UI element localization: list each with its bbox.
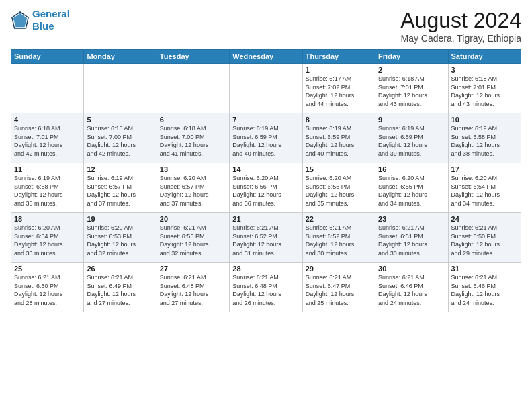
day-number: 11 — [14, 165, 81, 173]
day-info: Sunrise: 6:20 AM Sunset: 6:56 PM Dayligh… — [232, 174, 299, 208]
day-info: Sunrise: 6:21 AM Sunset: 6:46 PM Dayligh… — [451, 273, 518, 307]
table-row: 24Sunrise: 6:21 AM Sunset: 6:50 PM Dayli… — [448, 213, 521, 263]
logo: General Blue — [11, 8, 70, 32]
table-row — [11, 64, 84, 113]
day-number: 28 — [232, 265, 299, 273]
table-row — [230, 64, 302, 113]
table-row: 20Sunrise: 6:21 AM Sunset: 6:53 PM Dayli… — [157, 213, 229, 263]
day-info: Sunrise: 6:18 AM Sunset: 7:01 PM Dayligh… — [14, 124, 81, 158]
day-number: 29 — [306, 265, 372, 273]
calendar-body: 1Sunrise: 6:17 AM Sunset: 7:02 PM Daylig… — [11, 64, 521, 312]
table-row: 10Sunrise: 6:19 AM Sunset: 6:58 PM Dayli… — [448, 113, 521, 163]
day-number: 5 — [87, 116, 153, 124]
table-row: 5Sunrise: 6:18 AM Sunset: 7:00 PM Daylig… — [84, 113, 157, 163]
day-info: Sunrise: 6:20 AM Sunset: 6:54 PM Dayligh… — [451, 174, 518, 208]
table-row: 9Sunrise: 6:19 AM Sunset: 6:59 PM Daylig… — [375, 113, 448, 163]
day-number: 30 — [378, 265, 445, 273]
day-info: Sunrise: 6:21 AM Sunset: 6:53 PM Dayligh… — [160, 224, 226, 257]
table-row: 26Sunrise: 6:21 AM Sunset: 6:49 PM Dayli… — [84, 263, 157, 312]
day-number: 6 — [160, 116, 226, 124]
calendar-week-3: 11Sunrise: 6:19 AM Sunset: 6:58 PM Dayli… — [11, 163, 521, 213]
day-number: 23 — [378, 215, 445, 223]
day-number: 2 — [378, 66, 445, 74]
table-row: 30Sunrise: 6:21 AM Sunset: 6:46 PM Dayli… — [375, 263, 448, 312]
day-info: Sunrise: 6:21 AM Sunset: 6:50 PM Dayligh… — [451, 224, 518, 257]
day-number: 14 — [232, 165, 299, 173]
day-info: Sunrise: 6:21 AM Sunset: 6:51 PM Dayligh… — [378, 224, 445, 257]
col-sunday: Sunday — [11, 50, 84, 64]
day-number: 15 — [306, 165, 372, 173]
day-number: 8 — [306, 116, 372, 124]
table-row: 16Sunrise: 6:20 AM Sunset: 6:55 PM Dayli… — [375, 163, 448, 213]
day-info: Sunrise: 6:20 AM Sunset: 6:53 PM Dayligh… — [87, 224, 153, 257]
day-number: 16 — [378, 165, 445, 173]
header: General Blue August 2024 May Cadera, Tig… — [11, 8, 521, 44]
day-info: Sunrise: 6:19 AM Sunset: 6:59 PM Dayligh… — [378, 124, 445, 158]
calendar-week-1: 1Sunrise: 6:17 AM Sunset: 7:02 PM Daylig… — [11, 64, 521, 113]
day-info: Sunrise: 6:19 AM Sunset: 6:58 PM Dayligh… — [14, 174, 81, 208]
day-info: Sunrise: 6:20 AM Sunset: 6:57 PM Dayligh… — [160, 174, 226, 208]
table-row — [84, 64, 157, 113]
table-row: 21Sunrise: 6:21 AM Sunset: 6:52 PM Dayli… — [230, 213, 302, 263]
table-row: 25Sunrise: 6:21 AM Sunset: 6:50 PM Dayli… — [11, 263, 84, 312]
day-info: Sunrise: 6:18 AM Sunset: 7:01 PM Dayligh… — [378, 75, 445, 108]
day-number: 31 — [451, 265, 518, 273]
day-number: 26 — [87, 265, 153, 273]
day-info: Sunrise: 6:19 AM Sunset: 6:57 PM Dayligh… — [87, 174, 153, 208]
calendar-table: Sunday Monday Tuesday Wednesday Thursday… — [11, 49, 521, 312]
day-info: Sunrise: 6:19 AM Sunset: 6:58 PM Dayligh… — [451, 124, 518, 158]
col-monday: Monday — [84, 50, 157, 64]
table-row: 4Sunrise: 6:18 AM Sunset: 7:01 PM Daylig… — [11, 113, 84, 163]
day-info: Sunrise: 6:19 AM Sunset: 6:59 PM Dayligh… — [232, 124, 299, 158]
day-number: 7 — [232, 116, 299, 124]
day-number: 20 — [160, 215, 226, 223]
table-row: 1Sunrise: 6:17 AM Sunset: 7:02 PM Daylig… — [302, 64, 375, 113]
table-row: 17Sunrise: 6:20 AM Sunset: 6:54 PM Dayli… — [448, 163, 521, 213]
logo-icon — [11, 11, 30, 30]
calendar-week-5: 25Sunrise: 6:21 AM Sunset: 6:50 PM Dayli… — [11, 263, 521, 312]
day-info: Sunrise: 6:21 AM Sunset: 6:52 PM Dayligh… — [306, 224, 372, 257]
col-thursday: Thursday — [302, 50, 375, 64]
day-info: Sunrise: 6:21 AM Sunset: 6:52 PM Dayligh… — [232, 224, 299, 257]
day-info: Sunrise: 6:20 AM Sunset: 6:54 PM Dayligh… — [14, 224, 81, 257]
table-row — [157, 64, 229, 113]
calendar-week-2: 4Sunrise: 6:18 AM Sunset: 7:01 PM Daylig… — [11, 113, 521, 163]
table-row: 14Sunrise: 6:20 AM Sunset: 6:56 PM Dayli… — [230, 163, 302, 213]
day-info: Sunrise: 6:21 AM Sunset: 6:48 PM Dayligh… — [160, 273, 226, 307]
day-number: 25 — [14, 265, 81, 273]
day-info: Sunrise: 6:21 AM Sunset: 6:49 PM Dayligh… — [87, 273, 153, 307]
table-row: 13Sunrise: 6:20 AM Sunset: 6:57 PM Dayli… — [157, 163, 229, 213]
table-row: 8Sunrise: 6:19 AM Sunset: 6:59 PM Daylig… — [302, 113, 375, 163]
table-row: 28Sunrise: 6:21 AM Sunset: 6:48 PM Dayli… — [230, 263, 302, 312]
day-info: Sunrise: 6:20 AM Sunset: 6:55 PM Dayligh… — [378, 174, 445, 208]
day-number: 4 — [14, 116, 81, 124]
table-row: 27Sunrise: 6:21 AM Sunset: 6:48 PM Dayli… — [157, 263, 229, 312]
day-info: Sunrise: 6:17 AM Sunset: 7:02 PM Dayligh… — [306, 75, 372, 108]
logo-line2: Blue — [32, 20, 54, 32]
day-info: Sunrise: 6:21 AM Sunset: 6:46 PM Dayligh… — [378, 273, 445, 307]
day-number: 12 — [87, 165, 153, 173]
day-number: 3 — [451, 66, 518, 74]
table-row: 22Sunrise: 6:21 AM Sunset: 6:52 PM Dayli… — [302, 213, 375, 263]
calendar-subtitle: May Cadera, Tigray, Ethiopia — [400, 33, 521, 44]
table-row: 11Sunrise: 6:19 AM Sunset: 6:58 PM Dayli… — [11, 163, 84, 213]
table-row: 23Sunrise: 6:21 AM Sunset: 6:51 PM Dayli… — [375, 213, 448, 263]
table-row: 19Sunrise: 6:20 AM Sunset: 6:53 PM Dayli… — [84, 213, 157, 263]
day-info: Sunrise: 6:21 AM Sunset: 6:47 PM Dayligh… — [306, 273, 372, 307]
day-number: 10 — [451, 116, 518, 124]
table-row: 29Sunrise: 6:21 AM Sunset: 6:47 PM Dayli… — [302, 263, 375, 312]
day-number: 24 — [451, 215, 518, 223]
day-info: Sunrise: 6:21 AM Sunset: 6:48 PM Dayligh… — [232, 273, 299, 307]
day-info: Sunrise: 6:18 AM Sunset: 7:00 PM Dayligh… — [160, 124, 226, 158]
logo-text: General Blue — [32, 8, 70, 32]
header-row: Sunday Monday Tuesday Wednesday Thursday… — [11, 50, 521, 64]
day-number: 13 — [160, 165, 226, 173]
calendar-title: August 2024 — [400, 8, 521, 33]
table-row: 31Sunrise: 6:21 AM Sunset: 6:46 PM Dayli… — [448, 263, 521, 312]
table-row: 3Sunrise: 6:18 AM Sunset: 7:01 PM Daylig… — [448, 64, 521, 113]
day-number: 17 — [451, 165, 518, 173]
col-wednesday: Wednesday — [230, 50, 302, 64]
table-row: 15Sunrise: 6:20 AM Sunset: 6:56 PM Dayli… — [302, 163, 375, 213]
table-row: 18Sunrise: 6:20 AM Sunset: 6:54 PM Dayli… — [11, 213, 84, 263]
logo-line1: General — [32, 8, 70, 19]
